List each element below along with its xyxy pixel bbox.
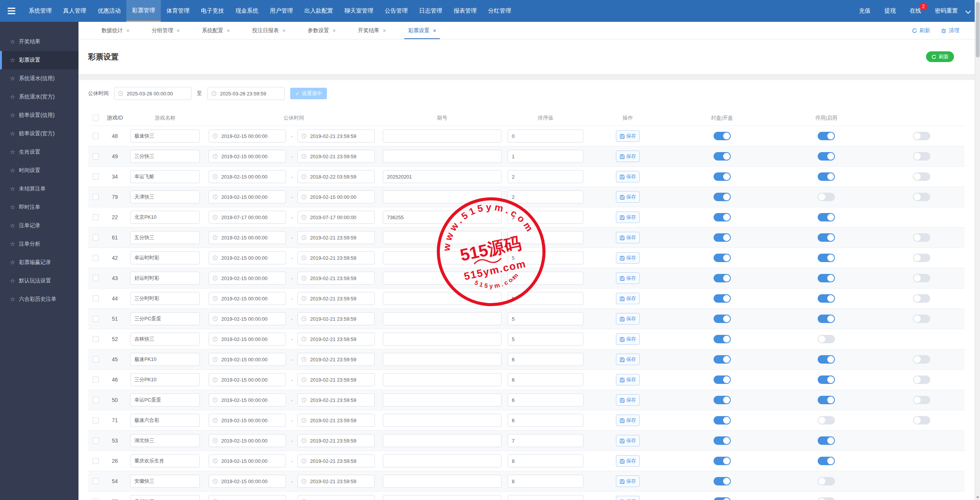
- holiday-end-input[interactable]: [297, 190, 375, 203]
- save-button[interactable]: 保存: [616, 435, 640, 446]
- sidebar-item[interactable]: ☆系统退水(官方): [0, 88, 78, 106]
- extra-toggle[interactable]: [913, 193, 930, 201]
- holiday-start-input[interactable]: [209, 211, 286, 224]
- game-name-input[interactable]: [130, 231, 200, 244]
- sort-value-input[interactable]: [508, 393, 583, 407]
- holiday-start-input[interactable]: [209, 475, 286, 488]
- extra-toggle[interactable]: [913, 294, 930, 303]
- row-checkbox[interactable]: [93, 458, 99, 464]
- row-checkbox[interactable]: [93, 194, 99, 200]
- holiday-start-input[interactable]: [209, 333, 286, 346]
- disable-enable-toggle[interactable]: [818, 315, 835, 323]
- disable-enable-toggle[interactable]: [818, 213, 835, 221]
- extra-toggle[interactable]: [913, 315, 930, 323]
- sort-value-input[interactable]: [508, 231, 583, 244]
- disable-enable-toggle[interactable]: [818, 396, 835, 404]
- extra-toggle[interactable]: [913, 152, 930, 161]
- tab[interactable]: 系统配置×: [198, 22, 234, 39]
- sidebar-item[interactable]: ☆未结算注单: [0, 180, 78, 198]
- save-button[interactable]: 保存: [616, 252, 640, 264]
- tab-close-icon[interactable]: ×: [333, 28, 336, 34]
- issue-number-input[interactable]: [383, 393, 501, 407]
- issue-number-input[interactable]: [383, 170, 501, 183]
- sidebar-item[interactable]: ☆开奖结果: [0, 33, 78, 51]
- row-checkbox[interactable]: [93, 275, 99, 281]
- nav-item[interactable]: 密码重置: [928, 0, 965, 22]
- nav-item[interactable]: 电子竞技: [195, 0, 230, 22]
- disable-enable-toggle[interactable]: [818, 436, 835, 445]
- game-name-input[interactable]: [130, 130, 200, 143]
- row-checkbox[interactable]: [93, 174, 99, 180]
- disable-enable-toggle[interactable]: [818, 274, 835, 282]
- holiday-end-input[interactable]: [297, 312, 375, 325]
- tab[interactable]: 参数设置×: [304, 22, 340, 39]
- issue-number-input[interactable]: [383, 454, 501, 467]
- row-checkbox[interactable]: [93, 356, 99, 362]
- disable-enable-toggle[interactable]: [818, 335, 835, 343]
- tab[interactable]: 数据统计×: [98, 22, 133, 39]
- game-name-input[interactable]: [130, 495, 200, 500]
- holiday-start-input[interactable]: [209, 393, 286, 407]
- disable-enable-toggle[interactable]: [818, 152, 835, 161]
- holiday-end-input[interactable]: [297, 333, 375, 346]
- holiday-end-input[interactable]: [297, 231, 375, 244]
- apply-selected-button[interactable]: ✓ 设置选中: [290, 88, 327, 99]
- nav-item[interactable]: 充值: [852, 0, 877, 22]
- issue-number-input[interactable]: [383, 272, 501, 285]
- sort-value-input[interactable]: [508, 414, 583, 427]
- holiday-end-input[interactable]: [207, 87, 285, 100]
- sort-value-input[interactable]: [508, 170, 583, 183]
- sort-value-input[interactable]: [508, 434, 583, 447]
- issue-number-input[interactable]: [383, 353, 501, 366]
- nav-item[interactable]: 报表管理: [448, 0, 482, 22]
- seal-open-toggle[interactable]: [714, 335, 731, 343]
- seal-open-toggle[interactable]: [714, 497, 731, 500]
- sort-value-input[interactable]: [508, 333, 583, 346]
- sidebar-item[interactable]: ☆注单分析: [0, 235, 78, 253]
- row-checkbox[interactable]: [93, 336, 99, 342]
- scrollbar-down-arrow[interactable]: [975, 495, 980, 500]
- row-checkbox[interactable]: [93, 234, 99, 241]
- holiday-start-input[interactable]: [209, 454, 286, 467]
- issue-number-input[interactable]: [383, 130, 501, 143]
- holiday-end-input[interactable]: [297, 211, 375, 224]
- issue-number-input[interactable]: [383, 211, 501, 224]
- sort-value-input[interactable]: [508, 495, 583, 500]
- disable-enable-toggle[interactable]: [818, 294, 835, 303]
- save-button[interactable]: 保存: [616, 211, 640, 223]
- extra-toggle[interactable]: [913, 274, 930, 282]
- seal-open-toggle[interactable]: [714, 436, 731, 445]
- holiday-start-input[interactable]: [209, 434, 286, 447]
- disable-enable-toggle[interactable]: [818, 172, 835, 181]
- save-button[interactable]: 保存: [616, 130, 640, 142]
- row-checkbox[interactable]: [93, 498, 99, 500]
- holiday-end-input[interactable]: [297, 434, 375, 447]
- disable-enable-toggle[interactable]: [818, 254, 835, 262]
- seal-open-toggle[interactable]: [714, 193, 731, 201]
- issue-number-input[interactable]: [383, 414, 501, 427]
- disable-enable-toggle[interactable]: [818, 477, 835, 485]
- holiday-end-input[interactable]: [297, 393, 375, 407]
- holiday-start-input[interactable]: [114, 87, 191, 100]
- extra-toggle[interactable]: [913, 416, 930, 425]
- save-button[interactable]: 保存: [616, 313, 640, 325]
- game-name-input[interactable]: [130, 190, 200, 203]
- sort-value-input[interactable]: [508, 211, 583, 224]
- row-checkbox[interactable]: [93, 295, 99, 302]
- save-button[interactable]: 保存: [616, 191, 640, 203]
- game-name-input[interactable]: [130, 292, 200, 305]
- sidebar-item[interactable]: ☆默认玩法设置: [0, 272, 78, 290]
- sort-value-input[interactable]: [508, 475, 583, 488]
- select-all-checkbox[interactable]: [93, 115, 99, 121]
- holiday-end-input[interactable]: [297, 251, 375, 264]
- seal-open-toggle[interactable]: [714, 416, 731, 425]
- holiday-start-input[interactable]: [209, 251, 286, 264]
- extra-toggle[interactable]: [913, 355, 930, 364]
- issue-number-input[interactable]: [383, 373, 501, 386]
- holiday-start-input[interactable]: [209, 150, 286, 163]
- row-checkbox[interactable]: [93, 397, 99, 403]
- seal-open-toggle[interactable]: [714, 355, 731, 364]
- tabs-clear-button[interactable]: 清理: [941, 27, 959, 34]
- tab[interactable]: 投注日报表×: [248, 22, 289, 39]
- game-name-input[interactable]: [130, 251, 200, 264]
